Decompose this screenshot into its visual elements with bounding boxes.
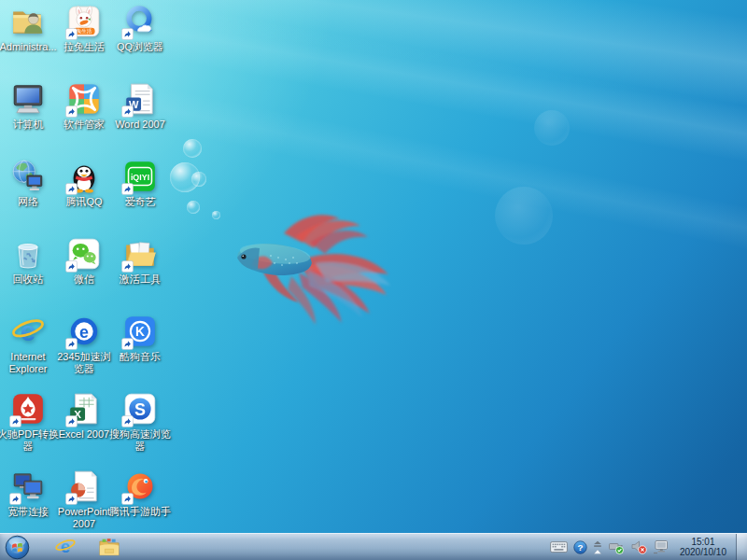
shortcut-arrow-icon [9, 493, 21, 505]
desktop-icon-internet-explorer[interactable]: e Internet Explorer [0, 314, 56, 391]
icon-label: 火驰PDF转换器 [0, 428, 59, 453]
clock-date: 2020/10/10 [680, 547, 726, 557]
windows-orb-icon [5, 535, 30, 560]
tray-clock[interactable]: 15:01 2020/10/10 [680, 537, 726, 557]
desktop-icon-software-manager[interactable]: 软件管家 [56, 81, 112, 159]
shortcut-arrow-icon [121, 260, 134, 273]
icon-label: 2345加速浏览器 [53, 351, 115, 375]
shortcut-arrow-icon [121, 338, 134, 350]
shortcut-arrow-icon [121, 493, 134, 505]
shortcut-arrow-icon [65, 338, 78, 350]
icon-label: 宽带连接 [0, 506, 59, 518]
computer-icon [10, 81, 46, 117]
shortcut-arrow-icon [121, 105, 134, 118]
eject-mini-icon [593, 540, 602, 548]
bubble [191, 172, 206, 187]
show-desktop-button[interactable] [736, 534, 747, 560]
taskbar: e [0, 533, 747, 560]
shortcut-arrow-icon [121, 183, 134, 195]
bubble [183, 139, 202, 158]
icon-label: 网络 [0, 196, 59, 208]
start-button[interactable] [5, 535, 30, 560]
icon-label: 激活工具 [109, 273, 171, 286]
shortcut-arrow-icon [65, 28, 78, 40]
shortcut-arrow-icon [9, 415, 21, 427]
ie-e-glyph: e [21, 315, 35, 346]
icon-label: Word 2007 [109, 119, 171, 131]
desktop-icon-2345-browser[interactable]: e 2345加速浏览器 [56, 314, 112, 391]
shortcut-arrow-icon [65, 183, 78, 195]
icon-label: 回收站 [0, 273, 59, 286]
internet-explorer-icon: e [10, 314, 46, 349]
input-keyboard-icon[interactable] [550, 540, 568, 554]
desktop-icon-word-2007[interactable]: W Word 2007 [112, 81, 168, 159]
icon-label: 软件管家 [53, 119, 115, 131]
icon-label: 搜狗高速浏览器 [109, 428, 171, 453]
icon-label: 腾讯手游助手 [109, 506, 171, 518]
shortcut-arrow-icon [65, 260, 78, 273]
folder-icon [98, 536, 120, 558]
usb-safe-remove-icon[interactable] [608, 540, 625, 554]
desktop-icon-kugou-music[interactable]: K 酷狗音乐 [112, 314, 168, 391]
internet-explorer-icon: e [54, 536, 77, 558]
shortcut-arrow-icon [121, 28, 134, 40]
desktop-icon-excel-2007[interactable]: X Excel 2007 [56, 391, 112, 469]
taskbar-internet-explorer[interactable]: e [54, 536, 77, 558]
kugou-k-glyph: K [135, 325, 145, 339]
desktop-icon-grid: Administra... 计算机 [0, 4, 168, 546]
desktop-icon-recycle-bin[interactable]: 回收站 [0, 236, 56, 314]
desktop-icon-latu-life[interactable]: 兔生活 拉兔生活 [56, 4, 112, 81]
rabbit-badge-text: 兔生活 [77, 28, 92, 35]
desktop-icon-qq-browser[interactable]: QQ浏览器 [112, 4, 168, 81]
clock-time: 15:01 [680, 537, 726, 547]
icon-label: 计算机 [0, 119, 59, 131]
user-folder-icon [10, 4, 46, 39]
bubble [212, 211, 220, 219]
icon-label: Internet Explorer [0, 351, 59, 375]
iqiyi-wordmark: iQIYI [131, 173, 149, 182]
hidden-icons-arrow [593, 549, 602, 554]
icon-label: 微信 [53, 273, 115, 286]
icon-label: QQ浏览器 [109, 41, 171, 53]
help-question-icon[interactable]: ? [573, 540, 587, 554]
icon-label: Excel 2007 [53, 428, 115, 441]
icon-label: 爱奇艺 [109, 196, 171, 208]
desktop-icon-iqiyi[interactable]: iQIYI 爱奇艺 [112, 159, 168, 236]
system-tray: ? [550, 534, 747, 560]
sogou-s-glyph: S [134, 400, 146, 419]
desktop[interactable]: Administra... 计算机 [0, 0, 747, 560]
desktop-icon-network[interactable]: 网络 [0, 159, 56, 236]
desktop-icon-sogou-browser[interactable]: S 搜狗高速浏览器 [112, 391, 168, 469]
shortcut-arrow-icon [65, 493, 78, 505]
bokeh-circle [495, 187, 553, 245]
shortcut-arrow-icon [65, 105, 78, 118]
2345-e-glyph: e [79, 323, 89, 342]
icon-label: PowerPoint 2007 [53, 506, 115, 530]
icon-label: 腾讯QQ [53, 196, 115, 208]
taskbar-windows-explorer[interactable] [98, 536, 120, 558]
shortcut-arrow-icon [65, 415, 78, 427]
desktop-icon-computer[interactable]: 计算机 [0, 81, 56, 159]
volume-muted-icon[interactable] [630, 540, 647, 554]
recycle-bin-icon [10, 236, 46, 272]
shortcut-arrow-icon [121, 415, 134, 427]
network-icon [10, 159, 46, 194]
icon-label: 拉兔生活 [53, 41, 115, 53]
desktop-icon-administrator-folder[interactable]: Administra... [0, 4, 56, 81]
icon-label: Administra... [0, 41, 59, 53]
bubble [187, 201, 200, 214]
show-hidden-icons-button[interactable] [593, 540, 602, 554]
desktop-icon-huochi-pdf-converter[interactable]: 火驰PDF转换器 [0, 391, 56, 469]
desktop-icon-wechat[interactable]: 微信 [56, 236, 112, 314]
help-glyph: ? [577, 542, 583, 553]
desktop-icon-activation-tools[interactable]: 激活工具 [112, 236, 168, 314]
bokeh-circle [534, 110, 570, 146]
betta-fish [230, 205, 402, 334]
network-status-icon[interactable] [653, 540, 669, 554]
icon-label: 酷狗音乐 [109, 351, 171, 363]
desktop-icon-tencent-qq[interactable]: 腾讯QQ [56, 159, 112, 236]
